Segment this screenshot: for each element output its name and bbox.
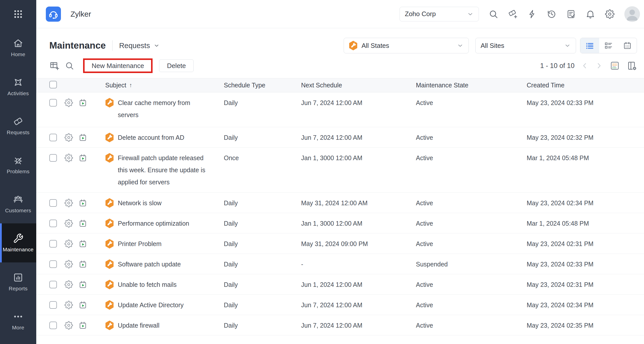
- subject-link[interactable]: Clear cache memory from servers: [118, 97, 212, 121]
- table-row[interactable]: Network is slow Daily May 31, 2024 12:00…: [36, 193, 644, 213]
- subject-link[interactable]: Delete account from AD: [118, 131, 184, 144]
- execute-schedule-icon[interactable]: [79, 219, 87, 228]
- row-checkbox[interactable]: [49, 99, 57, 107]
- execute-schedule-icon[interactable]: [79, 321, 87, 330]
- calendar-view-icon: [623, 41, 632, 50]
- row-checkbox[interactable]: [49, 199, 57, 207]
- sidebar-item-more[interactable]: More: [0, 301, 36, 340]
- org-selector-value: Zoho Corp: [405, 10, 436, 18]
- row-settings-gear-icon[interactable]: [64, 133, 73, 142]
- execute-schedule-icon[interactable]: [79, 239, 87, 248]
- list-view-icon: [585, 41, 594, 50]
- subject-link[interactable]: Update firewall: [118, 319, 159, 331]
- row-checkbox[interactable]: [49, 220, 57, 227]
- list-view-button[interactable]: [580, 38, 599, 53]
- sidebar-item-maintenance[interactable]: Maintenance: [0, 223, 36, 262]
- column-customize-button[interactable]: [627, 61, 637, 71]
- headset-icon: [48, 9, 59, 19]
- subject-link[interactable]: Firewall patch update released this week…: [118, 152, 212, 188]
- table-add-icon[interactable]: [49, 61, 59, 71]
- row-settings-gear-icon[interactable]: [64, 98, 73, 107]
- execute-schedule-icon[interactable]: [79, 133, 87, 142]
- maintenance-badge-icon: [105, 259, 114, 269]
- calendar-view-button[interactable]: [618, 38, 637, 53]
- row-settings-gear-icon[interactable]: [64, 301, 73, 309]
- maintenance-state-cell: Suspended: [416, 254, 527, 270]
- subject-link[interactable]: Software patch update: [118, 258, 181, 270]
- sidebar-item-customers[interactable]: Customers: [0, 184, 36, 223]
- row-checkbox[interactable]: [49, 281, 57, 288]
- row-checkbox[interactable]: [49, 301, 57, 309]
- quick-actions-icon[interactable]: [527, 9, 537, 19]
- table-row[interactable]: Unable to fetch mails Daily Jun 1, 2024 …: [36, 274, 644, 295]
- schedule-type-cell: Once: [224, 148, 301, 164]
- sidebar-item-activities[interactable]: Activities: [0, 67, 36, 106]
- select-all-checkbox[interactable]: [49, 81, 57, 88]
- site-filter-dropdown[interactable]: All Sites: [475, 38, 576, 53]
- table-row[interactable]: Update firewall Daily Jun 7, 2024 12:00 …: [36, 315, 644, 335]
- sort-asc-icon[interactable]: ↑: [129, 82, 132, 89]
- new-maintenance-button[interactable]: New Maintenance: [85, 60, 151, 72]
- search-icon[interactable]: [489, 9, 498, 19]
- table-row[interactable]: Performance optimization Daily Jan 1, 30…: [36, 213, 644, 233]
- column-header-subject[interactable]: Subject ↑: [99, 82, 224, 89]
- list-search-icon[interactable]: [65, 61, 74, 70]
- subject-link[interactable]: Unable to fetch mails: [118, 279, 176, 291]
- row-checkbox[interactable]: [49, 260, 57, 268]
- row-settings-gear-icon[interactable]: [64, 280, 73, 289]
- row-settings-gear-icon[interactable]: [64, 260, 73, 268]
- table-row[interactable]: Printer Problem Daily May 31, 2024 09:00…: [36, 233, 644, 254]
- notifications-bell-icon[interactable]: [586, 9, 595, 19]
- settings-gear-icon[interactable]: [605, 9, 615, 19]
- column-header-schedule-type[interactable]: Schedule Type: [224, 82, 301, 89]
- sidebar-item-requests[interactable]: Requests: [0, 106, 36, 145]
- row-settings-gear-icon[interactable]: [64, 219, 73, 228]
- execute-schedule-icon[interactable]: [79, 280, 87, 289]
- column-header-maintenance-state[interactable]: Maintenance State: [416, 82, 527, 89]
- column-header-created-time[interactable]: Created Time: [527, 82, 637, 89]
- previous-page-button[interactable]: [581, 62, 589, 70]
- subject-link[interactable]: Printer Problem: [118, 238, 162, 250]
- execute-schedule-icon[interactable]: [79, 98, 87, 107]
- row-settings-gear-icon[interactable]: [64, 239, 73, 248]
- user-avatar[interactable]: [624, 6, 640, 22]
- history-icon[interactable]: [547, 9, 556, 19]
- subject-link[interactable]: Network is slow: [118, 197, 162, 209]
- row-settings-gear-icon[interactable]: [64, 199, 73, 207]
- row-checkbox[interactable]: [49, 322, 57, 329]
- task-audit-icon[interactable]: [566, 9, 576, 19]
- sidebar-item-home[interactable]: Home: [0, 28, 36, 67]
- row-settings-gear-icon[interactable]: [64, 321, 73, 330]
- state-filter-dropdown[interactable]: All States: [344, 38, 469, 53]
- next-page-button[interactable]: [595, 62, 603, 70]
- row-checkbox[interactable]: [49, 134, 57, 141]
- execute-schedule-icon[interactable]: [79, 154, 87, 162]
- table-row[interactable]: Update Active Directory Daily Jun 7, 202…: [36, 295, 644, 315]
- module-selector[interactable]: Requests: [119, 42, 160, 50]
- table-row[interactable]: Software patch update Daily - Suspended …: [36, 254, 644, 274]
- sidebar-item-reports[interactable]: Reports: [0, 262, 36, 301]
- column-header-next-schedule[interactable]: Next Schedule: [301, 82, 416, 89]
- row-checkbox[interactable]: [49, 154, 57, 162]
- delete-button[interactable]: Delete: [159, 59, 194, 72]
- sidebar-item-label: Home: [11, 51, 25, 57]
- apps-grid-button[interactable]: [0, 0, 36, 28]
- person-icon: [624, 6, 640, 22]
- product-logo[interactable]: [46, 7, 61, 22]
- summary-view-button[interactable]: [610, 61, 620, 71]
- sidebar-item-problems[interactable]: Problems: [0, 145, 36, 184]
- table-row[interactable]: Delete account from AD Daily Jun 7, 2024…: [36, 127, 644, 148]
- table-row[interactable]: Clear cache memory from servers Daily Ju…: [36, 92, 644, 127]
- subject-link[interactable]: Update Active Directory: [118, 299, 184, 311]
- board-view-button[interactable]: [599, 38, 618, 53]
- row-settings-gear-icon[interactable]: [64, 154, 73, 162]
- row-checkbox[interactable]: [49, 240, 57, 248]
- org-selector[interactable]: Zoho Corp: [400, 7, 479, 21]
- execute-schedule-icon[interactable]: [79, 260, 87, 268]
- execute-schedule-icon[interactable]: [79, 199, 87, 207]
- execute-schedule-icon[interactable]: [79, 301, 87, 309]
- page-title: Maintenance: [49, 40, 106, 51]
- ticket-add-icon[interactable]: [508, 9, 518, 19]
- subject-link[interactable]: Performance optimization: [118, 217, 189, 229]
- table-row[interactable]: Firewall patch update released this week…: [36, 148, 644, 193]
